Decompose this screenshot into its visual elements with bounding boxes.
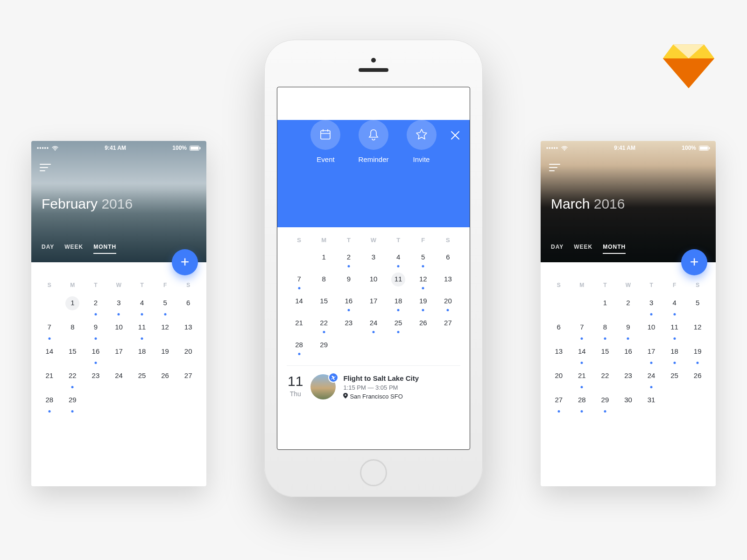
calendar-cell[interactable]: 25: [130, 368, 154, 392]
calendar-cell[interactable]: 1: [311, 249, 336, 271]
calendar-cell[interactable]: 8: [311, 271, 336, 293]
action-event[interactable]: Event: [310, 120, 340, 163]
calendar-cell[interactable]: 16: [336, 293, 361, 315]
action-invite[interactable]: Invite: [407, 120, 437, 163]
calendar-cell[interactable]: 18: [130, 343, 154, 368]
calendar-cell[interactable]: 15: [311, 293, 336, 315]
calendar-cell[interactable]: 22: [311, 315, 336, 337]
menu-button[interactable]: [549, 161, 560, 174]
tab-month[interactable]: MONTH: [93, 244, 116, 254]
calendar-cell[interactable]: 10: [107, 319, 131, 343]
calendar-cell[interactable]: 30: [617, 392, 640, 416]
calendar-cell[interactable]: 24: [107, 368, 131, 392]
calendar-cell[interactable]: 18: [386, 293, 411, 315]
calendar-cell[interactable]: 21: [571, 368, 594, 392]
tab-day[interactable]: DAY: [42, 244, 54, 254]
calendar-cell[interactable]: 28: [38, 392, 61, 416]
calendar-cell[interactable]: 11: [663, 319, 686, 343]
action-reminder[interactable]: Reminder: [358, 120, 388, 163]
calendar-cell[interactable]: 9: [617, 319, 640, 343]
calendar-cell[interactable]: 29: [311, 337, 336, 359]
calendar-cell[interactable]: 27: [436, 315, 460, 337]
calendar-cell[interactable]: 23: [336, 315, 361, 337]
tab-month[interactable]: MONTH: [603, 244, 626, 254]
calendar-cell[interactable]: 5: [411, 249, 436, 271]
calendar-cell[interactable]: 17: [107, 343, 131, 368]
calendar-cell[interactable]: 5: [154, 295, 177, 319]
calendar-cell[interactable]: 26: [411, 315, 436, 337]
calendar-cell[interactable]: 7: [287, 271, 311, 293]
calendar-cell[interactable]: 27: [176, 368, 200, 392]
event-row[interactable]: 11 Thu Flight to Salt Lake City 1:15 PM …: [277, 366, 470, 408]
calendar-cell[interactable]: 29: [61, 392, 85, 416]
calendar-cell[interactable]: 22: [593, 368, 617, 392]
calendar-cell[interactable]: 10: [640, 319, 663, 343]
calendar-cell[interactable]: 9: [84, 319, 107, 343]
calendar-cell[interactable]: 23: [84, 368, 107, 392]
calendar-cell[interactable]: 9: [336, 271, 361, 293]
calendar-cell[interactable]: 3: [361, 249, 386, 271]
calendar-cell[interactable]: 31: [640, 392, 663, 416]
calendar-cell[interactable]: 12: [411, 271, 436, 293]
calendar-cell[interactable]: 1: [593, 295, 617, 319]
calendar-cell[interactable]: 25: [663, 368, 686, 392]
calendar-cell[interactable]: 11: [386, 271, 411, 293]
calendar-cell[interactable]: 28: [287, 337, 311, 359]
calendar-cell[interactable]: 15: [61, 343, 85, 368]
calendar-cell[interactable]: 12: [154, 319, 177, 343]
calendar-cell[interactable]: 17: [640, 343, 663, 368]
calendar-cell[interactable]: 4: [386, 249, 411, 271]
calendar-cell[interactable]: 13: [176, 319, 200, 343]
tab-week[interactable]: WEEK: [64, 244, 83, 254]
calendar-cell[interactable]: 12: [686, 319, 709, 343]
calendar-cell[interactable]: 23: [617, 368, 640, 392]
calendar-cell[interactable]: 24: [640, 368, 663, 392]
calendar-cell[interactable]: 5: [686, 295, 709, 319]
calendar-cell[interactable]: 18: [663, 343, 686, 368]
calendar-cell[interactable]: 8: [61, 319, 85, 343]
calendar-cell[interactable]: 20: [547, 368, 571, 392]
calendar-cell[interactable]: 6: [547, 319, 571, 343]
calendar-cell[interactable]: 8: [593, 319, 617, 343]
calendar-cell[interactable]: 19: [411, 293, 436, 315]
calendar-cell[interactable]: 21: [38, 368, 61, 392]
calendar-cell[interactable]: 6: [176, 295, 200, 319]
calendar-cell[interactable]: 7: [38, 319, 61, 343]
calendar-cell[interactable]: 14: [571, 343, 594, 368]
add-button[interactable]: +: [681, 249, 707, 275]
calendar-cell[interactable]: 17: [361, 293, 386, 315]
calendar-cell[interactable]: 24: [361, 315, 386, 337]
calendar-cell[interactable]: 7: [571, 319, 594, 343]
calendar-cell[interactable]: 20: [176, 343, 200, 368]
calendar-cell[interactable]: 2: [84, 295, 107, 319]
add-button[interactable]: +: [172, 249, 198, 275]
calendar-cell[interactable]: 3: [640, 295, 663, 319]
calendar-cell[interactable]: 10: [361, 271, 386, 293]
calendar-cell[interactable]: 22: [61, 368, 85, 392]
home-button[interactable]: [360, 459, 387, 486]
calendar-cell[interactable]: 19: [154, 343, 177, 368]
calendar-cell[interactable]: 1: [61, 295, 85, 319]
calendar-cell[interactable]: 6: [436, 249, 460, 271]
calendar-cell[interactable]: 21: [287, 315, 311, 337]
menu-button[interactable]: [40, 161, 51, 174]
calendar-cell[interactable]: 16: [84, 343, 107, 368]
calendar-cell[interactable]: 29: [593, 392, 617, 416]
calendar-cell[interactable]: 2: [617, 295, 640, 319]
calendar-cell[interactable]: 27: [547, 392, 571, 416]
calendar-cell[interactable]: 13: [436, 271, 460, 293]
calendar-cell[interactable]: 13: [547, 343, 571, 368]
calendar-cell[interactable]: 4: [130, 295, 154, 319]
calendar-cell[interactable]: 20: [436, 293, 460, 315]
calendar-cell[interactable]: 2: [336, 249, 361, 271]
calendar-cell[interactable]: 14: [38, 343, 61, 368]
tab-week[interactable]: WEEK: [574, 244, 592, 254]
calendar-cell[interactable]: 19: [686, 343, 709, 368]
calendar-cell[interactable]: 28: [571, 392, 594, 416]
calendar-cell[interactable]: 16: [617, 343, 640, 368]
tab-day[interactable]: DAY: [551, 244, 564, 254]
close-button[interactable]: [450, 129, 460, 144]
calendar-cell[interactable]: 15: [593, 343, 617, 368]
calendar-cell[interactable]: 14: [287, 293, 311, 315]
calendar-cell[interactable]: 11: [130, 319, 154, 343]
